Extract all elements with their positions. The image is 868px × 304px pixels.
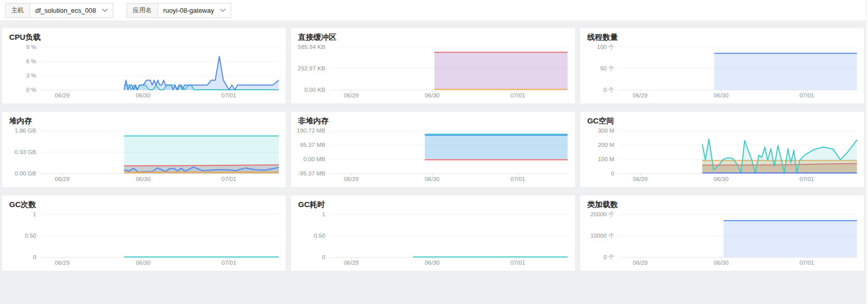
x-axis-label: 06/29	[55, 92, 70, 98]
gridline	[41, 173, 279, 174]
chart-title-gc-count: GC次数	[9, 200, 279, 210]
y-axis-label: 9 %	[26, 43, 36, 50]
chart-card-non-heap-memory: 非堆内存-95.37 MB0.00 MB95.37 MB190.73 MB06/…	[290, 111, 575, 188]
x-axis-direct-buffer: 06/2906/3007/01	[330, 91, 567, 101]
chart-card-thread-count: 线程数量0 个50 个100 个06/2906/3007/01	[580, 28, 864, 104]
plot-area-non-heap-memory	[330, 131, 567, 173]
host-label: 主机	[5, 3, 30, 18]
chart-class-loaded[interactable]: 0 个10000 个20000 个06/2906/3007/01	[586, 214, 857, 268]
y-axis-label: 100 M	[598, 156, 614, 163]
y-axis-label: 1	[33, 211, 36, 218]
host-select[interactable]: df_solution_ecs_008	[30, 3, 113, 18]
y-axis-label: 300 M	[598, 127, 614, 134]
y-axis-label: 0.00 GB	[15, 170, 36, 177]
x-axis-label: 06/30	[425, 92, 439, 98]
chart-cpu-load[interactable]: 0 %3 %6 %9 %06/2906/3007/01	[8, 47, 279, 101]
chart-title-direct-buffer: 直接缓冲区	[298, 33, 567, 42]
y-axis-gc-space: 0100 M200 M300 M	[586, 131, 619, 173]
x-axis-gc-count: 06/2906/3007/01	[41, 259, 279, 268]
x-axis-label: 07/01	[800, 260, 814, 266]
x-axis-label: 07/01	[510, 92, 525, 98]
y-axis-label: 585.94 KB	[298, 43, 326, 50]
y-axis-label: 200 M	[598, 141, 614, 148]
y-axis-label: 6 %	[26, 58, 36, 65]
x-axis-label: 07/01	[800, 92, 814, 98]
y-axis-gc-time: 00.501	[297, 214, 330, 257]
series-svg-heap-memory	[41, 131, 279, 173]
chart-title-non-heap-memory: 非堆内存	[298, 116, 567, 126]
y-axis-label: 0 个	[604, 254, 614, 261]
x-axis-label: 06/30	[425, 176, 439, 182]
series-svg-direct-buffer	[330, 47, 567, 90]
y-axis-heap-memory: 0.00 GB0.93 GB1.86 GB	[8, 131, 41, 173]
gridline	[619, 90, 857, 90]
series-area	[702, 139, 857, 173]
series-area	[425, 135, 568, 159]
x-axis-label: 07/01	[510, 260, 525, 266]
y-axis-thread-count: 0 个50 个100 个	[586, 47, 619, 90]
host-select-value: df_solution_ecs_008	[35, 7, 96, 14]
y-axis-label: 10000 个	[590, 232, 614, 239]
x-axis-label: 06/30	[136, 176, 151, 182]
chart-card-heap-memory: 堆内存0.00 GB0.93 GB1.86 GB06/2906/3007/01	[2, 111, 286, 188]
y-axis-label: 0 个	[604, 86, 614, 93]
y-axis-label: 0 %	[26, 86, 36, 93]
x-axis-label: 06/29	[344, 92, 359, 98]
gridline	[330, 90, 567, 90]
x-axis-label: 06/29	[633, 176, 648, 182]
gridline	[619, 257, 857, 258]
y-axis-label: -95.37 MB	[298, 170, 325, 177]
x-axis-label: 07/01	[221, 176, 236, 182]
x-axis-thread-count: 06/2906/3007/01	[619, 91, 857, 101]
chevron-down-icon	[102, 9, 108, 12]
series-svg-gc-time	[330, 214, 567, 257]
series-svg-gc-space	[619, 131, 857, 173]
series-svg-gc-count	[41, 214, 279, 257]
chart-title-thread-count: 线程数量	[587, 33, 857, 42]
chart-non-heap-memory[interactable]: -95.37 MB0.00 MB95.37 MB190.73 MB06/2906…	[297, 131, 567, 185]
gridline	[619, 173, 857, 174]
chart-title-class-loaded: 类加载数	[587, 200, 857, 210]
y-axis-label: 95.37 MB	[300, 141, 325, 148]
chart-gc-space[interactable]: 0100 M200 M300 M06/2906/3007/01	[586, 131, 857, 185]
app-field: 应用名 ruoyi-08-gateway	[127, 3, 231, 18]
x-axis-label: 06/30	[136, 260, 151, 266]
x-axis-label: 06/30	[714, 176, 729, 182]
series-area	[724, 221, 857, 257]
x-axis-label: 07/01	[221, 260, 236, 266]
chart-card-gc-count: GC次数00.50106/2906/3007/01	[2, 195, 286, 271]
x-axis-cpu-load: 06/2906/3007/01	[41, 91, 279, 101]
series-svg-thread-count	[619, 47, 857, 90]
y-axis-label: 0.50	[314, 232, 325, 239]
app-select-value: ruoyi-08-gateway	[163, 7, 214, 14]
plot-area-direct-buffer	[330, 47, 567, 90]
y-axis-label: 20000 个	[590, 211, 614, 218]
chart-card-gc-space: GC空间0100 M200 M300 M06/2906/3007/01	[580, 111, 864, 188]
y-axis-label: 190.73 MB	[297, 127, 326, 134]
x-axis-label: 06/29	[344, 260, 359, 266]
y-axis-direct-buffer: 0.00 KB292.97 KB585.94 KB	[297, 47, 330, 90]
chart-thread-count[interactable]: 0 个50 个100 个06/2906/3007/01	[586, 47, 857, 101]
plot-area-thread-count	[619, 47, 857, 90]
y-axis-label: 1.86 GB	[15, 127, 36, 134]
chart-gc-count[interactable]: 00.50106/2906/3007/01	[8, 214, 279, 268]
chart-heap-memory[interactable]: 0.00 GB0.93 GB1.86 GB06/2906/3007/01	[8, 131, 279, 185]
page: { "toolbar": { "host": { "label": "主机", …	[0, 0, 868, 304]
chart-card-direct-buffer: 直接缓冲区0.00 KB292.97 KB585.94 KB06/2906/30…	[290, 28, 575, 104]
y-axis-label: 0.50	[25, 232, 36, 239]
chart-card-cpu-load: CPU负载0 %3 %6 %9 %06/2906/3007/01	[2, 28, 286, 104]
x-axis-label: 06/30	[136, 92, 151, 98]
app-select[interactable]: ruoyi-08-gateway	[158, 3, 232, 18]
y-axis-label: 1	[322, 211, 325, 218]
chart-title-gc-space: GC空间	[587, 116, 857, 126]
x-axis-class-loaded: 06/2906/3007/01	[619, 259, 857, 268]
plot-area-cpu-load	[41, 47, 279, 90]
chevron-down-icon	[220, 9, 226, 12]
chart-gc-time[interactable]: 00.50106/2906/3007/01	[297, 214, 567, 268]
plot-area-class-loaded	[619, 214, 857, 257]
chart-direct-buffer[interactable]: 0.00 KB292.97 KB585.94 KB06/2906/3007/01	[297, 47, 567, 101]
x-axis-label: 07/01	[221, 92, 236, 98]
y-axis-cpu-load: 0 %3 %6 %9 %	[8, 47, 41, 90]
x-axis-label: 07/01	[510, 176, 525, 182]
scrollbar[interactable]	[865, 0, 868, 304]
